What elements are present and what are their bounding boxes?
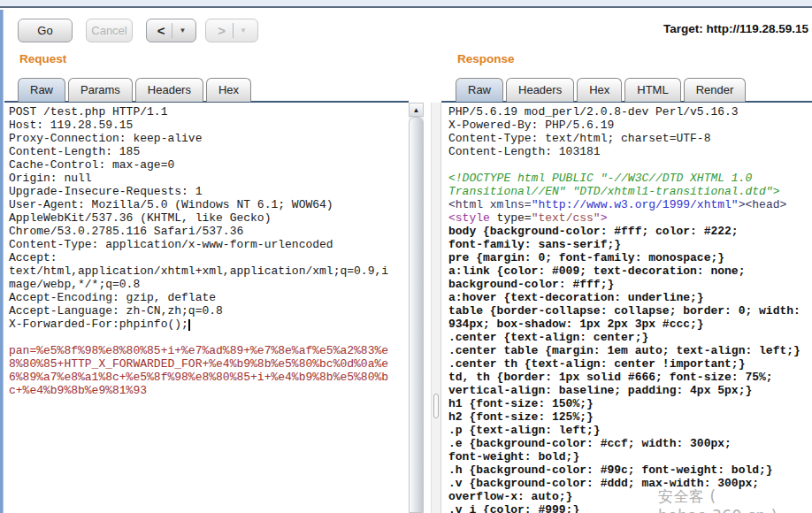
code-line: Proxy-Connection: keep-alive: [9, 132, 409, 145]
code-line: .center th {text-align: center !importan…: [448, 357, 812, 371]
code-line: font-weight: bold;}: [448, 450, 812, 463]
code-line: POST /test.php HTTP/1.1: [9, 105, 409, 119]
go-button[interactable]: Go: [18, 19, 73, 42]
code-line: body {background-color: #fff; color: #22…: [448, 225, 812, 238]
code-line: X-Forwarded-For:phpinfo();: [9, 318, 409, 331]
code-line: h2 {font-size: 125%;}: [448, 410, 812, 424]
code-line: a:link {color: #009; text-decoration: no…: [448, 264, 812, 278]
chevron-down-icon[interactable]: ▼: [234, 27, 253, 34]
request-tab-raw[interactable]: Raw: [18, 78, 65, 102]
code-line: h1 {font-size: 150%;}: [448, 397, 812, 410]
response-tab-raw[interactable]: Raw: [456, 78, 503, 102]
window-left-strip: [0, 10, 4, 513]
request-panel-title: Request: [19, 52, 66, 65]
code-line: [9, 331, 409, 344]
response-tab-render[interactable]: Render: [684, 78, 747, 102]
code-line: .center table {margin: 1em auto; text-al…: [448, 344, 812, 357]
response-tab-headers[interactable]: Headers: [506, 78, 574, 102]
code-line: Host: 119.28.59.15: [9, 119, 409, 132]
code-line: text/html,application/xhtml+xml,applicat…: [9, 264, 409, 278]
code-line: Upgrade-Insecure-Requests: 1: [9, 185, 409, 198]
code-line: AppleWebKit/537.36 (KHTML, like Gecko): [9, 211, 409, 225]
code-line: table {border-collapse: collapse; border…: [448, 304, 812, 318]
code-line: Content-Length: 103181: [448, 145, 812, 158]
code-line: Accept-Encoding: gzip, deflate: [9, 291, 409, 304]
code-line: font-family: sans-serif;}: [448, 238, 812, 251]
chevron-right-icon: >: [211, 23, 233, 38]
prev-request-button[interactable]: < ▼: [146, 19, 196, 42]
code-line: PHP/5.6.19 mod_perl/2.0.8-dev Perl/v5.16…: [448, 105, 812, 119]
next-request-button[interactable]: > ▼: [205, 19, 258, 42]
code-line: [448, 158, 812, 172]
code-line: 934px; box-shadow: 1px 2px 3px #ccc;}: [448, 318, 812, 331]
request-tab-hex[interactable]: Hex: [206, 78, 251, 102]
scroll-up-icon[interactable]: ▲: [409, 103, 424, 117]
cancel-button[interactable]: Cancel: [86, 19, 133, 42]
code-line: Accept:: [9, 251, 409, 264]
chevron-left-icon: <: [150, 23, 172, 38]
code-line: .center {text-align: center;}: [448, 331, 812, 344]
code-line: Content-Type: text/html; charset=UTF-8: [448, 132, 812, 145]
code-line: a:hover {text-decoration: underline;}: [448, 291, 812, 304]
code-line: <html xmlns="http://www.w3.org/1999/xhtm…: [448, 198, 812, 211]
code-line: Transitional//EN" "DTD/xhtml1-transition…: [448, 185, 812, 198]
code-line: background-color: #fff;}: [448, 278, 812, 291]
code-line: vertical-align: baseline; padding: 4px 5…: [448, 384, 812, 397]
code-line: td, th {border: 1px solid #666; font-siz…: [448, 371, 812, 384]
watermark: 安全客 ( bobao.360.cn ): [658, 486, 812, 513]
code-line: .h {background-color: #99c; font-weight:…: [448, 463, 812, 477]
response-tab-html[interactable]: HTML: [624, 78, 680, 102]
code-line: mage/webp,*/*;q=0.8: [9, 278, 409, 291]
response-panel-title: Response: [457, 52, 515, 65]
request-tab-headers[interactable]: Headers: [135, 78, 203, 102]
panel-divider[interactable]: [431, 103, 441, 513]
code-line: <style type="text/css">: [448, 211, 812, 225]
code-line: Cache-Control: max-age=0: [9, 158, 409, 172]
code-line: X-Powered-By: PHP/5.6.19: [448, 119, 812, 132]
code-line: c+%e4%b9%8b%e9%81%93: [9, 384, 409, 397]
code-line: 8%80%85+HTTP_X_FORWARDED_FOR+%e4%b9%8b%e…: [9, 357, 409, 371]
code-line: Chrome/53.0.2785.116 Safari/537.36: [9, 225, 409, 238]
code-line: pan=%e5%8f%98%e8%80%85+i+%e7%ad%89+%e7%8…: [9, 344, 409, 357]
code-line: .p {text-align: left;}: [448, 424, 812, 437]
request-editor[interactable]: POST /test.php HTTP/1.1Host: 119.28.59.1…: [4, 101, 409, 513]
request-tab-params[interactable]: Params: [68, 78, 133, 102]
code-line: .e {background-color: #ccf; width: 300px…: [448, 437, 812, 450]
scrollbar-thumb[interactable]: [409, 117, 424, 513]
response-viewer: PHP/5.6.19 mod_perl/2.0.8-dev Perl/v5.16…: [441, 101, 812, 513]
code-line: User-Agent: Mozilla/5.0 (Windows NT 6.1;…: [9, 198, 409, 211]
code-line: Content-Length: 185: [9, 145, 409, 158]
code-line: <!DOCTYPE html PUBLIC "-//W3C//DTD XHTML…: [448, 172, 812, 185]
code-line: 6%89%a7%e8%a1%8c+%e5%8f%98%e8%80%85+i+%e…: [9, 371, 409, 384]
code-line: pre {margin: 0; font-family: monospace;}: [448, 251, 812, 264]
target-label: Target: http://119.28.59.15: [663, 22, 808, 35]
code-line: Content-Type: application/x-www-form-url…: [9, 238, 409, 251]
code-line: Accept-Language: zh-CN,zh;q=0.8: [9, 304, 409, 318]
chevron-down-icon[interactable]: ▼: [172, 27, 192, 34]
request-scrollbar[interactable]: ▲: [409, 103, 424, 513]
text-caret: [188, 319, 190, 331]
code-line: Origin: null: [9, 172, 409, 185]
divider-grip-handle[interactable]: [433, 394, 439, 418]
window-top-strip: [0, 0, 812, 8]
response-tab-hex[interactable]: Hex: [577, 78, 622, 102]
response-tab-bar: RawHeadersHexHTMLRender: [456, 78, 748, 102]
request-tab-bar: RawParamsHeadersHex: [18, 78, 254, 102]
